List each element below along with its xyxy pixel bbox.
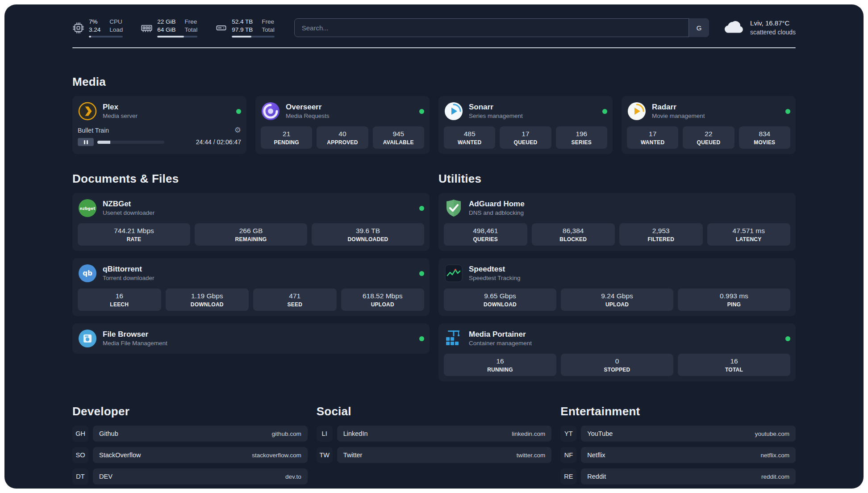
service-desc: Media server bbox=[103, 112, 138, 120]
pause-button[interactable] bbox=[78, 138, 94, 146]
stat-tile: 945 AVAILABLE bbox=[373, 126, 424, 149]
stat-tile: 834 MOVIES bbox=[739, 126, 790, 149]
stat-tile: 0 STOPPED bbox=[561, 354, 673, 376]
weather-widget: Lviv, 16.87°C scattered clouds bbox=[724, 19, 796, 36]
stat-label: AVAILABLE bbox=[375, 139, 422, 146]
nzbget-icon: nzbget bbox=[78, 198, 97, 218]
stat-value: 196 bbox=[558, 130, 605, 138]
service-name: Speedtest bbox=[469, 264, 521, 274]
stat-label: DOWNLOAD bbox=[167, 301, 247, 308]
stat-tile: 16 TOTAL bbox=[678, 354, 790, 376]
service-card-plex[interactable]: Plex Media server Bullet Train ⚙ bbox=[72, 96, 246, 154]
stat-tile: 471 SEED bbox=[253, 288, 337, 311]
bookmark-youtube[interactable]: YT YouTube youtube.com bbox=[560, 426, 796, 442]
bookmark-stackoverflow[interactable]: SO StackOverflow stackoverflow.com bbox=[72, 447, 308, 463]
stat-tile: 40 APPROVED bbox=[317, 126, 368, 149]
weather-location: Lviv, 16.87°C bbox=[750, 19, 796, 28]
stat-tile: 485 WANTED bbox=[444, 126, 495, 149]
entertainment-group-title: Entertainment bbox=[560, 405, 796, 418]
stat-label: RUNNING bbox=[446, 367, 555, 373]
service-card-qbittorrent[interactable]: qb qBittorrent Torrent downloader 16 bbox=[72, 258, 430, 316]
service-desc: Media File Management bbox=[103, 339, 167, 347]
stat-label: TOTAL bbox=[680, 367, 789, 373]
stat-label: WANTED bbox=[446, 139, 493, 146]
bookmark-url: github.com bbox=[272, 430, 301, 437]
status-dot bbox=[419, 206, 424, 211]
cpu-load-label: Load bbox=[109, 26, 123, 34]
service-card-overseerr[interactable]: Overseerr Media Requests 21 PENDING 40 A… bbox=[255, 96, 430, 154]
service-card-adguard[interactable]: AdGuard Home DNS and adblocking 498,461 … bbox=[438, 193, 796, 251]
radarr-icon bbox=[627, 101, 647, 121]
bookmark-netflix[interactable]: NF Netflix netflix.com bbox=[560, 447, 796, 463]
stat-label: FILTERED bbox=[621, 236, 701, 242]
stat-tile: 17 QUEUED bbox=[500, 126, 551, 149]
bookmark-linkedin[interactable]: LI LinkedIn linkedin.com bbox=[317, 426, 552, 442]
stat-label: UPLOAD bbox=[343, 301, 423, 308]
service-desc: Speedtest Tracking bbox=[469, 274, 521, 282]
settings-gear-icon[interactable]: ⚙ bbox=[234, 126, 241, 134]
service-name: NZBGet bbox=[103, 199, 154, 209]
search-input[interactable] bbox=[294, 18, 709, 37]
stat-label: REMAINING bbox=[196, 236, 305, 242]
search-bar: G bbox=[294, 18, 709, 37]
bookmark-name: LinkedIn bbox=[343, 430, 368, 437]
bookmark-github[interactable]: GH Github github.com bbox=[72, 426, 308, 442]
stat-tile: 47.571 ms LATENCY bbox=[707, 223, 791, 246]
stat-label: SEED bbox=[255, 301, 335, 308]
stat-tile: 9.65 Gbps DOWNLOAD bbox=[444, 288, 556, 311]
stat-label: STOPPED bbox=[563, 367, 672, 373]
bookmark-dev[interactable]: DT DEV dev.to bbox=[72, 468, 308, 485]
stat-label: QUEUED bbox=[684, 139, 732, 146]
status-dot bbox=[419, 336, 424, 341]
stat-value: 16 bbox=[680, 357, 789, 365]
service-card-sonarr[interactable]: Sonarr Series management 485 WANTED 17 Q… bbox=[438, 96, 613, 154]
stat-label: QUEUED bbox=[501, 139, 549, 146]
stat-value: 21 bbox=[263, 130, 310, 138]
status-dot bbox=[419, 109, 424, 114]
bookmark-abbr: SO bbox=[72, 447, 88, 463]
stat-label: PING bbox=[680, 301, 789, 308]
stat-value: 17 bbox=[629, 130, 676, 138]
documents-section-title: Documents & Files bbox=[72, 172, 430, 186]
bookmark-name: Netflix bbox=[587, 451, 605, 459]
service-card-filebrowser[interactable]: File Browser Media File Management bbox=[72, 323, 430, 354]
social-group-title: Social bbox=[317, 405, 552, 418]
stat-label: UPLOAD bbox=[563, 301, 672, 308]
stat-tile: 16 RUNNING bbox=[444, 354, 556, 376]
stat-value: 17 bbox=[501, 130, 549, 138]
utilities-section-title: Utilities bbox=[438, 172, 796, 186]
service-card-nzbget[interactable]: nzbget NZBGet Usenet downloader 744.21 M… bbox=[72, 193, 430, 251]
sonarr-icon bbox=[444, 101, 463, 121]
bookmark-reddit[interactable]: RE Reddit reddit.com bbox=[560, 468, 796, 485]
bookmark-twitter[interactable]: TW Twitter twitter.com bbox=[317, 447, 552, 463]
playback-progress-bar[interactable] bbox=[97, 141, 164, 144]
bookmark-name: Github bbox=[99, 430, 118, 437]
stat-tile: 1.19 Gbps DOWNLOAD bbox=[166, 288, 249, 311]
service-name: Radarr bbox=[652, 102, 705, 112]
stat-tile: 266 GB REMAINING bbox=[195, 223, 307, 246]
stat-value: 86,384 bbox=[534, 227, 613, 235]
stat-value: 2,953 bbox=[621, 227, 701, 235]
topbar-divider bbox=[72, 47, 796, 48]
bookmark-url: twitter.com bbox=[517, 452, 546, 459]
disk-icon bbox=[215, 22, 227, 34]
bookmark-url: stackoverflow.com bbox=[252, 452, 301, 459]
stat-value: 498,461 bbox=[446, 227, 526, 235]
bookmark-abbr: LI bbox=[317, 426, 333, 442]
cpu-usage-value: 7% bbox=[89, 18, 100, 26]
portainer-icon bbox=[444, 329, 463, 348]
memory-free-value: 22 GiB bbox=[157, 18, 175, 26]
stat-label: SERIES bbox=[558, 139, 605, 146]
service-card-portainer[interactable]: Media Portainer Container management 16 … bbox=[438, 323, 796, 381]
stat-value: 618.52 Mbps bbox=[343, 292, 423, 300]
stat-value: 9.65 Gbps bbox=[446, 292, 555, 300]
stat-tile: 0.993 ms PING bbox=[678, 288, 790, 311]
resource-memory: 22 GiB 64 GiB Free Total bbox=[141, 18, 197, 38]
service-card-radarr[interactable]: Radarr Movie management 17 WANTED 22 QUE… bbox=[622, 96, 796, 154]
stat-label: BLOCKED bbox=[534, 236, 613, 242]
bookmark-abbr: NF bbox=[560, 447, 576, 463]
bookmark-abbr: TW bbox=[317, 447, 333, 463]
disk-free-label: Free bbox=[262, 18, 275, 26]
search-provider-button[interactable]: G bbox=[689, 18, 709, 37]
service-card-speedtest[interactable]: Speedtest Speedtest Tracking 9.65 Gbps D… bbox=[438, 258, 796, 316]
